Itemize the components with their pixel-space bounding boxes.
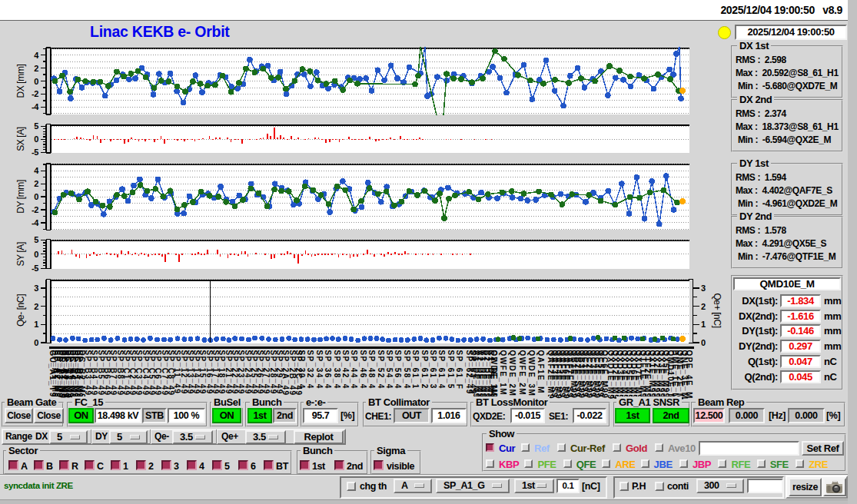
svg-text:QWFE_2M: QWFE_2M	[518, 350, 526, 396]
svg-text:SP_61_2: SP_61_2	[420, 350, 429, 390]
svg-text:Qe+ [nC]: Qe+ [nC]	[712, 293, 722, 327]
svg-text:SP_38_4: SP_38_4	[333, 350, 341, 390]
svg-text:1: 1	[701, 320, 706, 329]
svg-text:QWDE_2M: QWDE_2M	[508, 350, 517, 397]
svg-text:SY [A]: SY [A]	[15, 242, 26, 266]
svg-text:-5: -5	[32, 148, 38, 157]
svg-text:4: 4	[34, 51, 39, 60]
svg-text:SP_42_4: SP_42_4	[341, 350, 350, 390]
svg-text:2: 2	[34, 179, 38, 188]
svg-text:-4: -4	[32, 102, 39, 111]
svg-text:SP_48_4: SP_48_4	[367, 350, 376, 390]
svg-text:0: 0	[34, 338, 38, 347]
svg-text:SP_61_3: SP_61_3	[429, 350, 437, 390]
svg-text:0: 0	[34, 134, 38, 144]
svg-text:3: 3	[701, 284, 706, 293]
svg-text:SX [A]: SX [A]	[15, 127, 26, 151]
svg-text:SP_44_4: SP_44_4	[350, 350, 358, 390]
svg-text:SP_61_1: SP_61_1	[411, 350, 420, 390]
svg-text:-2: -2	[32, 89, 38, 98]
svg-text:-4: -4	[32, 218, 39, 227]
svg-text:SP_54_4: SP_54_4	[385, 350, 394, 390]
svg-text:SP_36_4: SP_36_4	[324, 350, 332, 390]
svg-text:Qe- [nC]: Qe- [nC]	[15, 294, 26, 327]
svg-text:SP_61_F: SP_61_F	[455, 350, 463, 390]
svg-text:SP_61_5: SP_61_5	[447, 350, 455, 390]
svg-text:0: 0	[34, 77, 38, 86]
svg-text:SP_56_4: SP_56_4	[394, 350, 402, 390]
svg-text:QWDE_1M: QWDE_1M	[490, 350, 498, 397]
svg-text:QWDE_3M: QWDE_3M	[527, 350, 536, 397]
svg-text:0: 0	[34, 192, 38, 201]
svg-text:QPE_4E_M: QPE_4E_M	[685, 350, 693, 400]
svg-text:-2: -2	[32, 205, 38, 214]
svg-text:SP_34_4: SP_34_4	[315, 350, 324, 390]
svg-text:3: 3	[34, 284, 38, 293]
svg-text:4: 4	[34, 166, 39, 175]
svg-text:SP_61_4: SP_61_4	[437, 350, 446, 390]
svg-text:DX [mm]: DX [mm]	[15, 65, 26, 98]
svg-text:SP_46_4: SP_46_4	[359, 350, 367, 390]
svg-text:1: 1	[34, 320, 38, 329]
svg-text:SP_52_4: SP_52_4	[377, 350, 385, 390]
svg-text:QAF1E_M: QAF1E_M	[536, 350, 545, 394]
svg-text:2: 2	[34, 64, 38, 73]
svg-text:5: 5	[34, 235, 38, 244]
svg-text:QWFE_1M: QWFE_1M	[499, 350, 507, 396]
svg-text:-5: -5	[32, 264, 38, 273]
svg-text:5: 5	[34, 121, 38, 131]
svg-text:SP_30_4: SP_30_4	[297, 350, 306, 390]
svg-text:DY [mm]: DY [mm]	[15, 180, 26, 214]
svg-text:2: 2	[34, 302, 38, 311]
svg-text:2: 2	[701, 302, 706, 311]
svg-text:0: 0	[34, 250, 38, 259]
svg-text:SP_58_4: SP_58_4	[403, 350, 411, 390]
svg-text:SP_32_4: SP_32_4	[306, 350, 314, 390]
svg-text:0: 0	[701, 338, 706, 347]
